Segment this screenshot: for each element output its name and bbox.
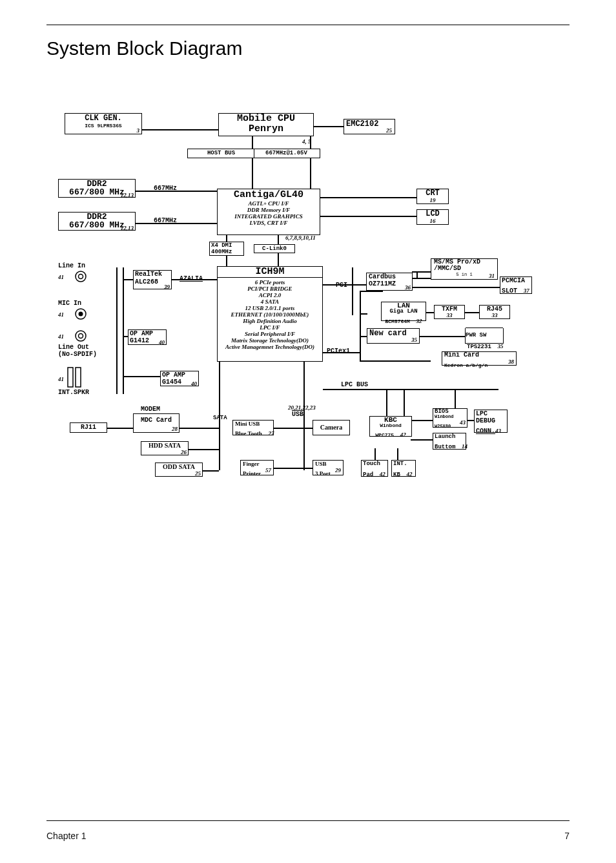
bios-ref: 43 [460, 419, 466, 426]
ich-i0: 6 PCIe ports [218, 279, 322, 286]
pci-label: PCI [336, 282, 347, 289]
block-clink: C-Link0 [254, 244, 295, 253]
jack-int-spkr [67, 366, 83, 388]
pciex1-label: PCIex1 [327, 348, 350, 355]
kb-l1: INT. [393, 461, 414, 468]
cr-l2: /MMC/SD [434, 265, 495, 272]
pcmcia-l1: PCMCIA [502, 277, 530, 284]
txfm-ref: 33 [435, 312, 464, 318]
cb-l2: OZ711MZ [369, 280, 410, 287]
block-emc: EMC2102 25 [344, 119, 395, 134]
lcd-l1: LCD [417, 210, 448, 218]
block-realtek: RealTek ALC268 39 [133, 270, 172, 289]
block-usb3: USB 3 Port 29 [313, 460, 344, 475]
usb-ref: 20,21,22,23 [288, 404, 316, 411]
odd-ref: 25 [195, 470, 201, 477]
ich-i9: Matrix Storage Technology(DO) [218, 337, 322, 344]
ddr2t-ref: 12,13 [121, 192, 134, 198]
block-bios: BIOS Winbond W25X80 43 [433, 408, 467, 428]
kbc-l2: Winbond [370, 423, 411, 428]
ich-i1: PCI/PCI BRIDGE [218, 286, 322, 292]
mc-l2: Kedron a/b/g/n [444, 362, 488, 368]
la-l2: Buttom [435, 444, 455, 450]
block-kbc: KBC Winbond WPC775 42 [369, 416, 412, 437]
svg-point-3 [79, 312, 83, 317]
ref-intspkr41: 41 [58, 376, 64, 382]
ref-linein: 41 [58, 274, 64, 280]
block-lpcdebug: LPC DEBUG CONN.43 [474, 410, 508, 433]
label-nospdif: (No-SPDIF) [58, 351, 97, 358]
kbc-l3: WPC775 [375, 432, 394, 438]
nc-l1: New card [369, 329, 417, 338]
ich-i2: ACPI 2.0 [218, 292, 322, 298]
tp-l1: Touch [363, 461, 386, 468]
cr-sub: 5 in 1 [434, 272, 495, 277]
mc-ref: 38 [508, 359, 514, 365]
ich-i8: Serial Peripheral I/F [218, 331, 322, 337]
gmch-item0: AGTL+ CPU I/F [218, 200, 320, 207]
block-lcd: LCD 16 [416, 209, 449, 225]
block-ddr2-bot: DDR2 667/800 MHz 12,13 [58, 212, 136, 231]
cpu-ref: 4, 5 [302, 138, 311, 145]
block-dmi: X4 DMI 400MHz [209, 242, 244, 256]
block-cpu: Mobile CPU Penryn [218, 113, 314, 136]
svg-point-4 [76, 331, 86, 341]
tp-ref: 42 [380, 471, 385, 477]
rj45-ref: 33 [480, 312, 509, 318]
svg-point-5 [79, 334, 83, 338]
bottom-rule [46, 820, 570, 821]
svg-rect-6 [68, 368, 73, 387]
block-touchpad: Touch Pad 42 [361, 460, 388, 477]
ref-lineout41: 41 [58, 333, 64, 340]
footer-chapter: Chapter 1 [46, 831, 86, 841]
ddr2b-ref: 12,13 [121, 225, 134, 231]
lan-ref: 32 [416, 318, 422, 324]
block-intkb: INT. KB 42 [391, 460, 416, 477]
lpc-bus-label: LPC BUS [341, 381, 368, 388]
mu-l2: Blue Tooth [235, 430, 262, 437]
ich-i5: ETHERNET (10/100/1000MbE) [218, 311, 322, 318]
nc-ref: 35 [411, 337, 417, 343]
block-miniusb: Mini USB Blue Tooth 27 [232, 420, 274, 435]
svg-point-0 [76, 271, 86, 282]
label-int-spkr: INT.SPKR [58, 389, 89, 396]
ld-l2: DEBUG [476, 417, 506, 424]
svg-rect-7 [76, 368, 81, 387]
kb-l2: KB [393, 472, 400, 478]
block-lan: LAN Giga LAN BCM5764M 32 [381, 302, 426, 321]
la-l1: Launch [435, 433, 464, 440]
block-ich: ICH9M 6 PCIe ports PCI/PCI BRIDGE ACPI 2… [217, 266, 323, 362]
block-gmch: Cantiga/GL40 AGTL+ CPU I/F DDR Memory I/… [217, 189, 320, 235]
ich-i7: LPC I/F [218, 324, 322, 331]
usb-label: USB [292, 411, 303, 418]
clk-gen-ref: 3 [137, 127, 140, 134]
block-rj45: RJ45 33 [479, 305, 510, 319]
modem-ref: 28 [172, 426, 178, 432]
block-newcard: New card 35 [367, 328, 420, 344]
cpu-l2: Penryn [219, 124, 313, 134]
ich-i3: 4 SATA [218, 298, 322, 305]
pcmcia-ref: 37 [524, 287, 529, 294]
hostbus-l1: HOST BUS [189, 149, 254, 158]
ld-l3: CONN. [476, 428, 495, 435]
hdd-ref: 26 [181, 449, 187, 455]
fp-l2: Printer [243, 470, 261, 477]
block-finger: Finger Printer 57 [240, 460, 274, 475]
kb-ref: 42 [406, 471, 412, 477]
sata-label: SATA [213, 415, 227, 421]
fp-l1: Finger [243, 461, 271, 467]
block-camera: Camera [313, 420, 350, 435]
lcd-ref: 16 [417, 218, 448, 224]
block-crt: CRT 19 [416, 189, 449, 204]
block-pcmcia: PCMCIA SLOT 37 [500, 276, 532, 294]
hdd-l1: HDD SATA [141, 442, 188, 449]
ld-ref: 43 [495, 428, 501, 434]
page-title: System Block Diagram [46, 37, 242, 59]
block-opamp2: OP AMP G1454 40 [160, 371, 199, 386]
op1-ref: 40 [159, 339, 165, 346]
azalia-label: AZALIA [180, 275, 203, 282]
block-txfm: TXFM 33 [434, 305, 465, 319]
bus-667-top: 667MHz [154, 185, 177, 192]
modem-top: MODEM [141, 406, 160, 413]
pwrsw-ref: 35 [497, 343, 503, 349]
